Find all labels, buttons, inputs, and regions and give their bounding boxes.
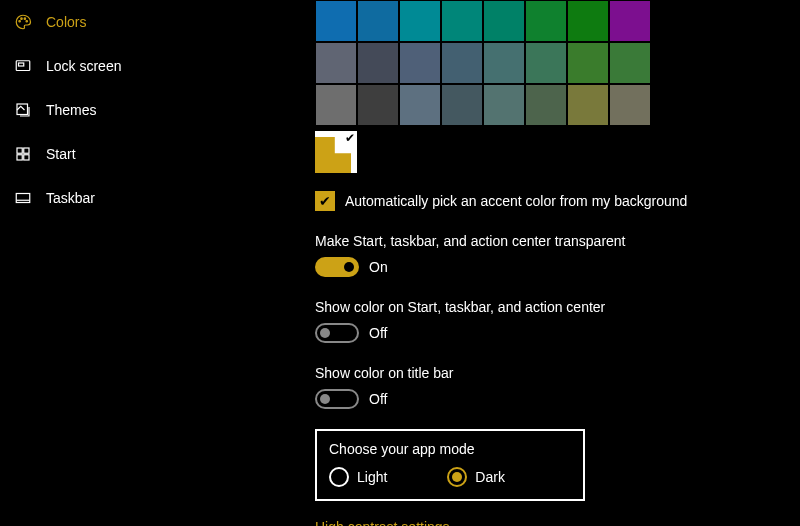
svg-rect-7 [17,148,22,153]
color-swatch[interactable] [483,84,525,126]
color-swatch[interactable] [441,42,483,84]
start-icon [14,145,32,163]
transparency-label: Make Start, taskbar, and action center t… [315,233,800,249]
auto-accent-checkbox[interactable]: ✔ [315,191,335,211]
auto-accent-label: Automatically pick an accent color from … [345,193,687,209]
color-swatch[interactable] [441,84,483,126]
color-swatch[interactable] [399,42,441,84]
taskbar-icon [14,189,32,207]
sidebar-item-start[interactable]: Start [0,132,240,176]
svg-point-0 [19,21,21,23]
sidebar-item-label: Start [46,146,76,162]
show-color-title-label: Show color on title bar [315,365,800,381]
color-swatch[interactable] [399,84,441,126]
sidebar-item-taskbar[interactable]: Taskbar [0,176,240,220]
show-color-start-label: Show color on Start, taskbar, and action… [315,299,800,315]
color-swatch[interactable] [483,42,525,84]
high-contrast-link[interactable]: High contrast settings [315,519,450,526]
show-color-start-toggle[interactable]: Off [315,323,800,343]
color-swatch[interactable] [525,0,567,42]
color-swatch[interactable] [609,84,651,126]
color-swatch[interactable] [315,0,357,42]
svg-point-3 [26,21,28,23]
svg-rect-5 [19,63,24,66]
lock-screen-icon [14,57,32,75]
color-swatch[interactable] [483,0,525,42]
svg-rect-9 [17,155,22,160]
accent-color-grid [315,0,800,126]
sidebar-item-label: Lock screen [46,58,121,74]
app-mode-group: Choose your app mode Light Dark [315,429,585,501]
palette-icon [14,13,32,31]
sidebar-item-label: Colors [46,14,86,30]
color-swatch[interactable] [609,0,651,42]
radio-label: Dark [475,469,505,485]
svg-point-2 [24,18,26,20]
sidebar-item-label: Themes [46,102,97,118]
checkmark-icon: ✔ [345,131,355,145]
sidebar-item-themes[interactable]: Themes [0,88,240,132]
themes-icon [14,101,32,119]
color-swatch[interactable] [441,0,483,42]
color-swatch[interactable] [357,42,399,84]
app-mode-light-radio[interactable]: Light [329,467,387,487]
sidebar-item-colors[interactable]: Colors [0,0,240,44]
color-swatch[interactable] [567,0,609,42]
show-color-title-toggle[interactable]: Off [315,389,800,409]
selected-accent-swatch[interactable]: ✔ [315,131,357,173]
color-swatch[interactable] [315,42,357,84]
transparency-toggle[interactable]: On [315,257,800,277]
color-swatch[interactable] [609,42,651,84]
color-swatch[interactable] [567,84,609,126]
toggle-state-label: Off [369,325,387,341]
sidebar-item-lock-screen[interactable]: Lock screen [0,44,240,88]
auto-accent-row: ✔ Automatically pick an accent color fro… [315,191,800,211]
svg-rect-10 [24,155,29,160]
app-mode-label: Choose your app mode [329,441,571,457]
color-swatch[interactable] [357,84,399,126]
color-swatch[interactable] [525,84,567,126]
svg-rect-11 [16,194,30,203]
color-swatch[interactable] [357,0,399,42]
color-swatch[interactable] [525,42,567,84]
sidebar-item-label: Taskbar [46,190,95,206]
color-swatch[interactable] [399,0,441,42]
svg-rect-8 [24,148,29,153]
app-mode-dark-radio[interactable]: Dark [447,467,505,487]
settings-content: ✔ ✔ Automatically pick an accent color f… [315,0,800,526]
color-swatch[interactable] [567,42,609,84]
toggle-state-label: On [369,259,388,275]
color-swatch[interactable] [315,84,357,126]
svg-point-1 [21,18,23,20]
toggle-state-label: Off [369,391,387,407]
radio-label: Light [357,469,387,485]
sidebar: Colors Lock screen Themes Start Taskbar [0,0,240,220]
